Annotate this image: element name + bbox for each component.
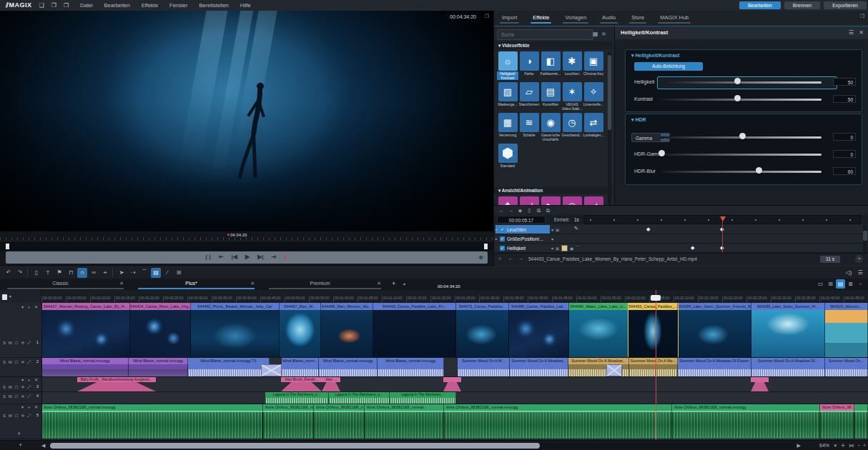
object-mode-icon[interactable]: ▤ [151,268,161,278]
curve-icon[interactable]: ⌒ [576,245,580,251]
video-clip[interactable]: 544493_Canoe_Paddles_... [628,303,678,357]
section-videoeffekte[interactable]: ▾ Videoeffekte [494,41,613,49]
to-start-icon[interactable]: ⇤ [219,254,224,260]
undock-panel-icon[interactable]: ❐ [860,14,864,19]
zoom-menu-icon[interactable]: ▾ [834,443,837,449]
audio-fx-clip[interactable]: Wind Blasts_normal.mxcogg TS [188,357,270,376]
preview-options-icon[interactable]: ≑ [478,254,483,261]
video-clip[interactable]: 544486_Canoe_Paddles_Lak... [509,303,569,357]
audio-fx-clip[interactable]: Summer Mood On A M... [458,357,510,376]
music-clip[interactable]: Ibiza Chillout_983821E8_normal.mxcogg [41,404,263,439]
video-clip[interactable]: 544424_Canoe_River_Lake_Virg... [130,303,191,357]
bearbeiten-mode-button[interactable]: Bearbeiten [739,1,781,9]
track-collapse-controls[interactable]: ▾ + ✕ [21,304,39,309]
close-tab-icon[interactable]: ✕ [119,281,124,286]
video-clip[interactable]: 544460_Picnic_Basket_Woman_Jetty_Car [191,303,280,357]
audio-fx-clip[interactable]: Summer Mood On... [825,357,868,376]
brennen-mode-button[interactable]: Brennen [784,1,820,9]
title-clip-label[interactable] [443,376,461,382]
new-project-icon[interactable]: ❏ [39,2,44,9]
keyframe-diamond[interactable]: ◆ [646,226,650,232]
checkbox[interactable]: ✓ [500,246,505,251]
scroll-right-icon[interactable]: ▶ [797,443,801,449]
range-end-handle[interactable] [484,244,488,249]
keyframe-row-label-cell[interactable]: ✓Helligkeit [495,244,550,252]
video-clip[interactable]: 544468_Man_Women_Wo... [321,303,373,357]
menu-fenster[interactable]: Fenster [169,2,187,9]
redo-icon[interactable]: ↷ [15,268,25,278]
video-clip[interactable]: 544473_Canoe_Paddles... [456,303,509,357]
effect-tile-stanzformen[interactable]: ▱Stanzformen [518,82,540,111]
save-project-icon[interactable]: ❒ [64,2,69,9]
audio-fx-clip[interactable]: Wind Blasts_normal.mxcogg [41,357,129,376]
video-clip[interactable]: 544469_Canoe_Paddles_Lake_Fri... [373,303,456,357]
section-ansicht-animation[interactable]: ▾ Ansicht/Animation [494,186,613,194]
slider-track[interactable] [660,154,822,156]
audio-fx-clip[interactable]: Wind Blasts_normal.mxcogg [319,357,378,376]
music-clip[interactable]: Ibiza Chillout_983821E8_normal... [365,404,444,439]
keyframe-row-gr-e-position-[interactable]: ▸✓Größe/Position/...▾ [494,234,868,244]
add-track-button[interactable]: + [19,441,22,449]
keyframe-row-helligkeit[interactable]: ✓Helligkeit▾⊞◉⌒◆◆ [494,244,868,253]
track-controls[interactable]: S M ☖ ✛ ⤢ [3,394,31,399]
track-controls[interactable]: S M ☖ ✛ ⤢ [3,359,31,365]
auto-exposure-button[interactable]: Auto-Belichtung [634,62,703,71]
keyframe-row-label-cell[interactable]: ▸✓Größe/Position/... [495,234,550,243]
effect-tile-standard[interactable]: Standard [497,144,518,168]
video-clip[interactable]: 544467_Man_W... [280,303,321,357]
link-icon[interactable]: ∞ [89,268,99,278]
delete-keyframe-icon[interactable]: ▯ [525,206,534,214]
editor-close-icon[interactable]: ✕ [859,29,864,36]
effect-tile-verzerrung[interactable]: ▦Verzerrung [497,113,518,141]
zoom-level[interactable]: 64% [819,443,829,448]
object-nav-icon[interactable]: ⌂ [498,256,501,261]
chevron-down-icon[interactable]: ▾ [551,246,553,251]
effect-tile-vegas-video-stab-[interactable]: ✶VEGAS Video Stab... [561,82,583,111]
audio-fx-clip[interactable]: Summer Mood On A Meadow Of... [751,357,825,376]
loop-range-icon[interactable]: ( ) [205,254,211,260]
undock-preview-icon[interactable]: ❐ [485,14,489,19]
to-end-icon[interactable]: ⇥ [272,254,277,260]
audio-fx-clip[interactable]: Wind Blasts_normal.mxcogg [378,357,444,376]
stretch-mode-icon[interactable]: ⇢ [128,268,138,278]
timeline-tab-plus[interactable]: Plus*✕ [135,279,257,290]
keyframe-diamond[interactable]: ◆ [691,245,694,251]
slider-track[interactable] [660,99,822,101]
track-controls[interactable]: S M ☖ ✛ ⤢ [3,413,31,419]
add-track-plus[interactable]: + [17,430,21,437]
title-clip[interactable] [322,382,340,391]
horizontal-scrollbar-thumb[interactable] [50,443,540,449]
keyframe-scrollbar-thumb[interactable] [863,231,867,241]
unlink-icon[interactable]: ≁ [100,268,110,278]
slider-value[interactable]: 50 [833,95,856,103]
zoom-in-icon[interactable]: + [863,443,866,448]
video-clip[interactable]: 564320_Women... [825,303,868,357]
effect-tile-linsenrefle-[interactable]: ✧Linsenrefle... [583,82,604,111]
audio-volume-icon[interactable]: ◁) [844,267,854,277]
delete-icon[interactable]: ▯ [31,268,41,278]
timeline-start-marker[interactable] [2,294,7,300]
music-clip[interactable]: Ibiza Chillout_983821E8_normal.mxcogg [672,404,820,439]
menu-bearbeiten[interactable]: Bearbeiten [104,2,130,9]
slider-handle[interactable] [756,167,762,174]
close-tab-icon[interactable]: ✕ [250,281,255,286]
title-clip[interactable] [443,382,461,391]
group-collapse-arrow[interactable]: ▾ HDR [631,117,646,123]
slider-value[interactable]: 0 [833,150,856,158]
music-clip[interactable]: Ibiza Chillout_983821E8_normal.mxcogg [444,404,672,439]
tab-audio[interactable]: Audio [594,11,623,26]
effect-tile-chroma-key[interactable]: ▣Chroma Key [583,51,604,80]
timeline-tab-premium[interactable]: Premium✕ [266,279,384,290]
toolbar-menu-icon[interactable]: ☰ [855,267,865,277]
title-clip[interactable] [77,382,156,391]
title-clip-label[interactable]: Alex Brush_Randb... [281,376,322,382]
effect-tile-lookabglei-[interactable]: ⇄Lookabglei... [583,113,604,141]
view-monitor-icon[interactable]: ▭ [816,279,825,289]
range-icon[interactable]: ⊞ [174,268,184,278]
curve-mode-icon[interactable]: ⌒ [139,268,149,278]
effect-tile-geschwind-[interactable]: ◷Geschwind... [561,113,583,141]
timeline-ruler[interactable]: ⚑ ▾ 00:00:00:0000:00:05:0000:00:10:0000:… [0,290,868,304]
slider-value[interactable]: 60 [833,167,856,175]
playhead-grip[interactable] [651,295,661,301]
tab-effekte[interactable]: Effekte [525,11,557,26]
